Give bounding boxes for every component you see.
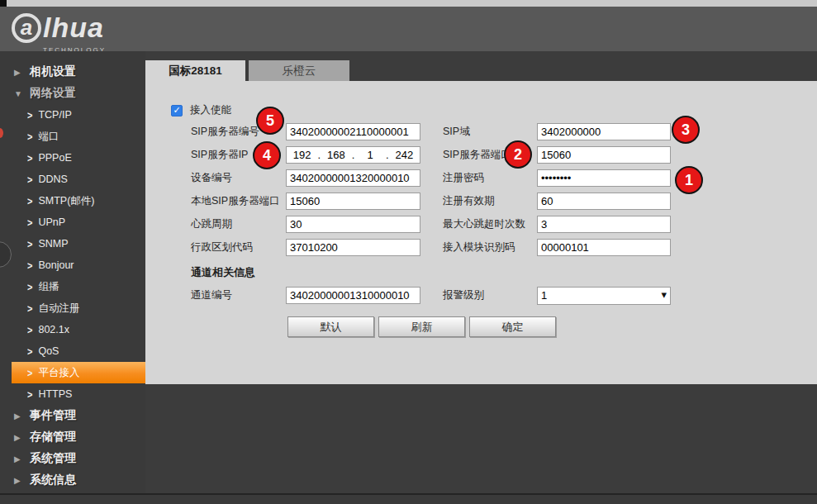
sip-server-ip-input[interactable]: 192.168.1.242 <box>286 146 420 164</box>
annotation-circle-5: 5 <box>256 107 284 135</box>
heartbeat-period-label: 心跳周期 <box>191 217 286 231</box>
sidebar-item-qos[interactable]: > QoS <box>0 340 145 362</box>
sidebar-item-platform-access[interactable]: > 平台接入 <box>12 362 145 383</box>
tab-gb28181[interactable]: 国标28181 <box>145 60 245 81</box>
access-module-id-label: 接入模块识别码 <box>443 240 537 254</box>
sidebar-item-upnp[interactable]: > UPnP <box>0 212 145 233</box>
admin-region-code-input[interactable] <box>286 239 420 256</box>
register-password-input[interactable] <box>537 169 671 187</box>
sidebar-item-8021x[interactable]: > 802.1x <box>0 319 145 340</box>
device-id-input[interactable] <box>286 169 420 187</box>
refresh-button[interactable]: 刷新 <box>378 316 465 337</box>
tab-lechengyun[interactable]: 乐橙云 <box>249 60 349 81</box>
alarm-level-select[interactable]: 1 <box>537 287 671 305</box>
chevron-right-icon: > <box>27 238 32 250</box>
sip-server-port-input[interactable] <box>537 146 671 164</box>
sidebar-item-https[interactable]: > HTTPS <box>0 383 145 405</box>
sidebar-item-port[interactable]: > 端口 <box>0 126 145 147</box>
triangle-right-icon: ▶ <box>14 454 26 464</box>
sip-domain-input[interactable] <box>537 123 671 140</box>
alarm-level-label: 报警级别 <box>443 288 537 302</box>
chevron-right-icon: > <box>27 152 32 164</box>
device-id-label: 设备编号 <box>191 171 286 185</box>
annotation-circle-1: 1 <box>675 166 703 194</box>
sidebar: ▶ 相机设置 ▼ 网络设置 > TCP/IP > 端口 > PPPoE > DD… <box>0 51 145 493</box>
triangle-right-icon: ▶ <box>14 411 26 421</box>
sidebar-item-system-management[interactable]: ▶ 系统管理 <box>0 448 145 469</box>
max-heartbeat-timeout-label: 最大心跳超时次数 <box>443 217 537 231</box>
sidebar-item-event-management[interactable]: ▶ 事件管理 <box>0 405 145 426</box>
channel-id-input[interactable] <box>286 287 420 304</box>
dahua-web-config-window: a lhua TECHNOLOGY ▶ 相机设置 ▼ 网络设置 > TCP/IP… <box>0 0 817 504</box>
register-password-label: 注册密码 <box>443 171 537 185</box>
sidebar-item-snmp[interactable]: > SNMP <box>0 233 145 254</box>
sidebar-item-storage-management[interactable]: ▶ 存储管理 <box>0 426 145 448</box>
confirm-button[interactable]: 确定 <box>469 316 556 337</box>
annotation-circle-3: 3 <box>672 116 700 144</box>
chevron-right-icon: > <box>27 109 32 121</box>
register-valid-period-input[interactable] <box>537 193 671 210</box>
triangle-right-icon: ▶ <box>14 476 26 485</box>
register-valid-period-label: 注册有效期 <box>443 194 537 208</box>
annotation-circle-2: 2 <box>504 140 532 169</box>
sidebar-item-pppoe[interactable]: > PPPoE <box>0 147 145 169</box>
local-sip-port-label: 本地SIP服务器端口 <box>191 194 286 208</box>
max-heartbeat-timeout-input[interactable] <box>537 216 671 233</box>
annotation-circle-4: 4 <box>253 141 281 169</box>
sidebar-item-system-info[interactable]: ▶ 系统信息 <box>0 469 145 491</box>
local-sip-port-input[interactable] <box>286 193 420 210</box>
enable-checkbox[interactable]: ✓ <box>171 105 183 116</box>
channel-section-title: 通道相关信息 <box>191 265 255 280</box>
header: a lhua TECHNOLOGY <box>0 7 817 51</box>
admin-region-code-label: 行政区划代码 <box>191 240 286 254</box>
sip-server-id-input[interactable] <box>286 123 420 140</box>
chevron-right-icon: > <box>27 174 32 185</box>
sidebar-item-ddns[interactable]: > DDNS <box>0 169 145 190</box>
sidebar-item-bonjour[interactable]: > Bonjour <box>0 254 145 276</box>
chevron-right-icon: > <box>27 367 32 378</box>
heartbeat-period-input[interactable] <box>286 216 420 233</box>
sidebar-item-auto-register[interactable]: > 自动注册 <box>0 297 145 319</box>
chevron-right-icon: > <box>27 302 32 314</box>
sidebar-item-smtp[interactable]: > SMTP(邮件) <box>0 190 145 212</box>
chevron-right-icon: > <box>27 324 32 335</box>
dahua-logo: a lhua <box>12 12 104 44</box>
chevron-right-icon: > <box>27 259 32 271</box>
chevron-right-icon: > <box>27 281 32 292</box>
access-module-id-input[interactable] <box>537 239 671 256</box>
top-strip <box>0 0 817 7</box>
triangle-right-icon: ▶ <box>14 433 26 442</box>
top-corner <box>0 0 7 7</box>
triangle-down-icon: ▼ <box>14 89 26 98</box>
bottom-divider <box>0 493 817 495</box>
chevron-right-icon: > <box>27 388 32 400</box>
sidebar-item-camera-settings[interactable]: ▶ 相机设置 <box>0 61 145 83</box>
chevron-right-icon: > <box>27 131 32 142</box>
enable-checkbox-label: 接入使能 <box>190 103 231 117</box>
chevron-right-icon: > <box>27 345 32 357</box>
sidebar-item-tcpip[interactable]: > TCP/IP <box>0 104 145 126</box>
sidebar-item-multicast[interactable]: > 组播 <box>0 276 145 297</box>
sidebar-item-network-settings[interactable]: ▼ 网络设置 <box>0 83 145 104</box>
chevron-right-icon: > <box>27 195 32 207</box>
logo-a-ring: a <box>12 13 41 43</box>
default-button[interactable]: 默认 <box>287 316 374 337</box>
triangle-right-icon: ▶ <box>14 68 26 77</box>
sip-domain-label: SIP域 <box>443 125 537 139</box>
settings-panel: ✓ 接入使能 SIP服务器编号 SIP服务器IP 192.168.1.242 设… <box>145 81 817 384</box>
channel-id-label: 通道编号 <box>191 288 286 302</box>
chevron-right-icon: > <box>27 216 32 228</box>
